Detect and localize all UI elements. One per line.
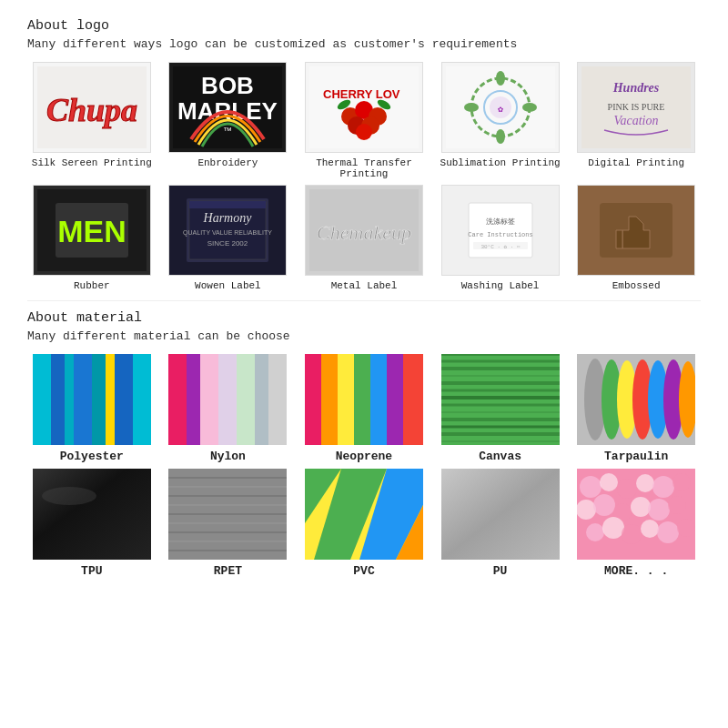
svg-point-121 [652, 476, 674, 498]
list-item: MEN Rubber [27, 185, 157, 291]
metal-label: Metal Label [331, 280, 398, 291]
tarpaulin-image [577, 354, 695, 445]
svg-point-21 [464, 103, 479, 112]
svg-text:QUALITY VALUE RELIABILITY: QUALITY VALUE RELIABILITY [184, 229, 273, 237]
svg-point-120 [636, 474, 654, 492]
pvc-image [305, 469, 423, 560]
svg-point-13 [356, 124, 372, 140]
svg-point-22 [522, 103, 537, 112]
svg-point-118 [600, 473, 618, 491]
svg-point-19 [496, 71, 505, 86]
svg-point-20 [496, 129, 505, 144]
woven-label: Wowen Label [195, 280, 261, 291]
list-item: Tarpaulin [571, 354, 701, 463]
more-image [577, 469, 695, 560]
svg-text:BOB: BOB [202, 72, 255, 99]
svg-rect-71 [387, 354, 403, 445]
svg-text:Chupa: Chupa [46, 92, 137, 128]
svg-rect-63 [237, 354, 255, 445]
svg-text:™: ™ [223, 126, 232, 136]
logo-row-2: MEN Rubber Harmony QUALITY VALUE RELIABI… [27, 185, 701, 291]
svg-point-124 [593, 494, 615, 516]
list-item: Nylon [164, 354, 293, 463]
svg-rect-70 [370, 354, 387, 445]
digital-image: Hundres PINK IS PURE Vacation [577, 62, 695, 153]
svg-rect-67 [321, 354, 338, 445]
rpet-image [168, 469, 287, 560]
list-item: Embossed [571, 185, 701, 291]
page: About logo Many different ways logo can … [0, 0, 728, 602]
rubber-image: MEN [33, 185, 151, 276]
list-item: Harmony QUALITY VALUE RELIABILITY SINCE … [164, 185, 293, 291]
pu-label: PU [493, 564, 508, 578]
about-logo-title: About logo [27, 18, 701, 34]
svg-rect-51 [51, 354, 65, 445]
list-item: Chemakeup Metal Label [299, 185, 429, 291]
embossed-image [577, 185, 695, 276]
svg-rect-64 [255, 354, 268, 445]
svg-rect-96 [33, 469, 151, 560]
svg-point-122 [672, 473, 691, 491]
svg-rect-38 [189, 201, 266, 208]
svg-rect-68 [338, 354, 354, 445]
svg-rect-72 [403, 354, 423, 445]
svg-rect-57 [133, 354, 151, 445]
list-item: Chupa Silk Sereen Printing [27, 62, 157, 179]
bobmarley-image: BOB MARLEY ™ [168, 62, 287, 153]
svg-text:PINK IS PURE: PINK IS PURE [608, 102, 665, 112]
list-item: Hundres PINK IS PURE Vacation Digital Pr… [571, 62, 701, 179]
list-item: BOB MARLEY ™ Enbroidery [164, 62, 293, 179]
neoprene-image [305, 354, 423, 445]
svg-point-129 [586, 523, 604, 541]
svg-text:Harmony: Harmony [203, 211, 253, 225]
svg-rect-66 [305, 354, 321, 445]
list-item: Canvas [436, 354, 565, 463]
logo-row-1: Chupa Silk Sereen Printing BOB MARLEY ™ [27, 62, 701, 179]
svg-text:30°C ∙ ♻ ∙ ✂: 30°C ∙ ♻ ∙ ✂ [480, 244, 521, 250]
svg-point-133 [657, 521, 679, 543]
svg-text:SINCE 2002: SINCE 2002 [207, 239, 248, 248]
canvas-image [441, 354, 560, 445]
svg-rect-65 [268, 354, 287, 445]
embossed-label: Embossed [612, 280, 661, 291]
cherry-image: CHERRY LOV [305, 62, 423, 153]
svg-rect-50 [33, 354, 51, 445]
polyester-image [33, 354, 151, 445]
pvc-label: PVC [353, 564, 374, 578]
material-row-1: Polyester Nylon [27, 354, 701, 463]
list-item: 洗涤标签 Care Instructions 30°C ∙ ♻ ∙ ✂ Wash… [436, 185, 565, 291]
tpu-label: TPU [81, 564, 102, 578]
nylon-label: Nylon [210, 450, 246, 463]
svg-text:洗涤标签: 洗涤标签 [486, 217, 515, 226]
list-item: Neoprene [299, 354, 429, 463]
list-item: CHERRY LOV Thermal Transfer Printing [299, 62, 429, 179]
svg-point-132 [641, 520, 659, 538]
about-logo-subtitle: Many different ways logo can be customiz… [27, 37, 701, 51]
svg-point-117 [580, 476, 602, 498]
thermal-transfer-label: Thermal Transfer Printing [299, 157, 429, 179]
svg-text:✿: ✿ [498, 105, 503, 115]
digital-printing-label: Digital Printing [588, 157, 684, 168]
sublimation-image: ✿ [441, 62, 560, 153]
more-label: MORE. . . [604, 564, 668, 578]
svg-text:Chemakeup: Chemakeup [317, 221, 411, 244]
list-item: PVC [299, 469, 429, 578]
svg-text:Vacation: Vacation [614, 114, 659, 127]
neoprene-label: Neoprene [336, 450, 392, 463]
svg-rect-115 [441, 469, 560, 560]
svg-text:Care Instructions: Care Instructions [468, 231, 532, 238]
tpu-image [33, 469, 151, 560]
washing-image: 洗涤标签 Care Instructions 30°C ∙ ♻ ∙ ✂ [441, 185, 560, 276]
svg-rect-52 [65, 354, 74, 445]
svg-point-128 [668, 496, 686, 514]
nylon-image [168, 354, 287, 445]
svg-rect-61 [200, 354, 218, 445]
svg-rect-59 [168, 354, 187, 445]
svg-point-127 [648, 499, 670, 521]
canvas-label: Canvas [479, 450, 521, 463]
rpet-label: RPET [214, 564, 242, 578]
svg-text:CHERRY LOV: CHERRY LOV [323, 87, 400, 101]
svg-rect-55 [106, 354, 115, 445]
svg-point-130 [602, 517, 624, 539]
woven-image: Harmony QUALITY VALUE RELIABILITY SINCE … [168, 185, 287, 276]
